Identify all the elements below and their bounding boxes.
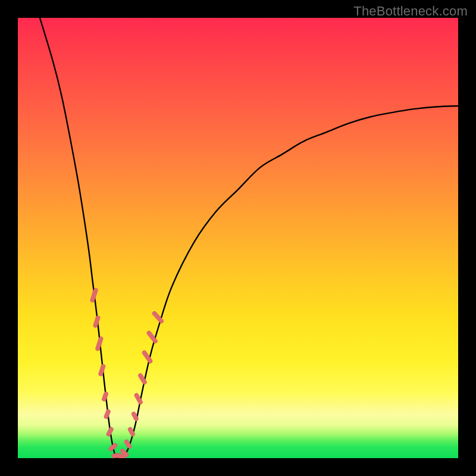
trough-marker: [95, 336, 104, 351]
curve-layer: [18, 18, 458, 458]
bottleneck-curve: [40, 18, 458, 458]
trough-marker: [104, 409, 111, 419]
trough-marker: [101, 392, 108, 402]
plot-area: [18, 18, 458, 458]
trough-markers: [90, 288, 164, 458]
trough-marker: [98, 364, 106, 377]
outer-frame: TheBottleneck.com: [0, 0, 476, 476]
trough-marker: [93, 315, 101, 328]
watermark-text: TheBottleneck.com: [353, 4, 468, 19]
trough-marker: [90, 288, 98, 303]
trough-marker: [106, 427, 114, 437]
